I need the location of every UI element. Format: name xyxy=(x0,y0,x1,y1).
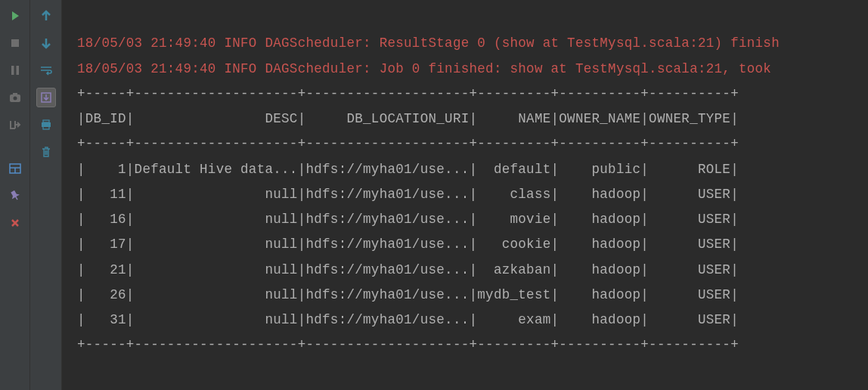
svg-rect-2 xyxy=(16,66,19,75)
table-header: |DB_ID| DESC| DB_LOCATION_URI| NAME|OWNE… xyxy=(77,111,739,126)
scroll-down-button[interactable] xyxy=(36,33,56,53)
layout-button[interactable] xyxy=(5,159,25,178)
table-border: +-----+--------------------+------------… xyxy=(77,136,739,151)
scroll-end-icon xyxy=(40,91,52,104)
exit-icon xyxy=(9,119,21,130)
wrap-icon xyxy=(39,65,53,76)
run-button[interactable] xyxy=(5,6,25,26)
exit-button[interactable] xyxy=(5,115,25,135)
close-button[interactable] xyxy=(5,213,25,233)
svg-rect-1 xyxy=(11,66,14,75)
log-line: 18/05/03 21:49:40 INFO DAGScheduler: Res… xyxy=(77,36,780,51)
table-row: | 21| null|hdfs://myha01/use...| azkaban… xyxy=(77,262,739,277)
pause-icon xyxy=(11,65,20,76)
table-row: | 26| null|hdfs://myha01/use...|mydb_tes… xyxy=(77,287,739,302)
pause-button[interactable] xyxy=(5,60,25,80)
svg-rect-0 xyxy=(11,39,19,47)
scroll-up-button[interactable] xyxy=(36,6,56,26)
arrow-up-icon xyxy=(41,10,51,22)
table-row: | 11| null|hdfs://myha01/use...| class| … xyxy=(77,187,739,202)
print-icon xyxy=(40,119,52,131)
trash-icon xyxy=(41,146,51,158)
table-row: | 16| null|hdfs://myha01/use...| movie| … xyxy=(77,212,739,227)
scroll-to-end-button[interactable] xyxy=(36,88,56,107)
layout-icon xyxy=(9,163,21,174)
print-button[interactable] xyxy=(36,115,56,135)
stop-icon xyxy=(11,39,20,48)
run-toolbar xyxy=(0,0,30,390)
pin-icon xyxy=(10,190,20,201)
soft-wrap-button[interactable] xyxy=(36,60,56,80)
table-row: | 1|Default Hive data...|hdfs://myha01/u… xyxy=(77,162,739,177)
arrow-down-icon xyxy=(41,37,51,49)
table-row: | 17| null|hdfs://myha01/use...| cookie|… xyxy=(77,237,739,252)
table-row: | 31| null|hdfs://myha01/use...| exam| h… xyxy=(77,312,739,327)
table-border: +-----+--------------------+------------… xyxy=(77,86,739,101)
svg-rect-10 xyxy=(43,120,49,122)
close-icon xyxy=(11,218,20,228)
console-output[interactable]: 18/05/03 21:49:40 INFO DAGScheduler: Res… xyxy=(62,0,868,390)
stop-button[interactable] xyxy=(5,33,25,53)
dump-button[interactable] xyxy=(5,88,25,107)
clear-button[interactable] xyxy=(36,142,56,162)
pin-button[interactable] xyxy=(5,186,25,206)
table-border: +-----+--------------------+------------… xyxy=(77,337,739,352)
console-toolbar xyxy=(30,0,62,390)
log-line: 18/05/03 21:49:40 INFO DAGScheduler: Job… xyxy=(77,61,780,76)
svg-point-5 xyxy=(13,97,17,101)
svg-rect-4 xyxy=(13,93,17,95)
play-icon xyxy=(10,11,20,21)
camera-icon xyxy=(9,92,21,103)
